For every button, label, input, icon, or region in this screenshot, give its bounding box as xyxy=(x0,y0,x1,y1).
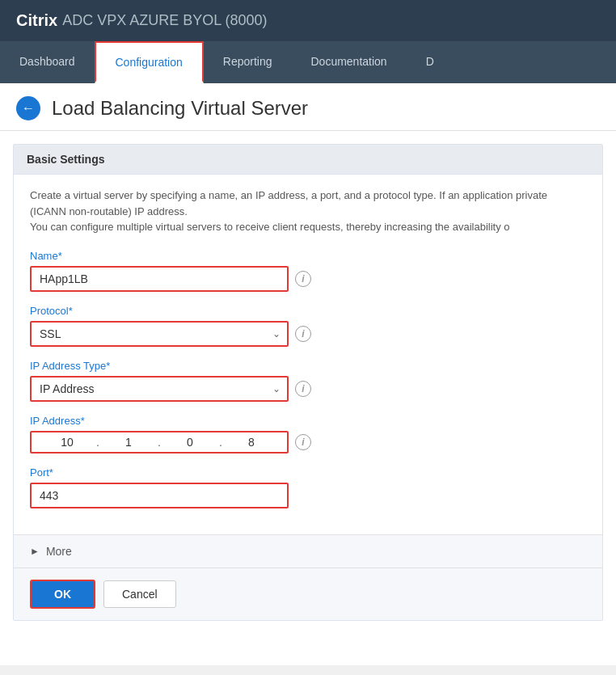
ip-octet1-input[interactable] xyxy=(40,436,95,449)
name-info-icon[interactable]: i xyxy=(295,271,311,287)
protocol-label: Protocol* xyxy=(30,305,586,317)
brand-title: ADC VPX AZURE BYOL (8000) xyxy=(62,12,267,29)
section-title: Basic Settings xyxy=(27,153,104,166)
nav-item-configuration[interactable]: Configuration xyxy=(95,41,204,83)
port-field-group: Port* xyxy=(30,466,586,508)
back-button[interactable]: ← xyxy=(16,96,40,120)
ip-dot-3: . xyxy=(217,436,224,449)
brand-citrix: Citrix xyxy=(16,11,57,30)
header: Citrix ADC VPX AZURE BYOL (8000) xyxy=(0,0,616,41)
port-label: Port* xyxy=(30,466,586,479)
ip-address-label: IP Address* xyxy=(30,415,586,427)
name-input[interactable] xyxy=(30,266,289,292)
port-input[interactable] xyxy=(30,483,289,508)
more-label: More xyxy=(46,545,72,558)
brand: Citrix ADC VPX AZURE BYOL (8000) xyxy=(16,11,268,30)
ip-dot-2: . xyxy=(156,436,162,449)
more-section[interactable]: ► More xyxy=(14,534,602,567)
protocol-field-group: Protocol* SSL HTTP HTTPS TCP UDP ⌄ i xyxy=(30,305,586,347)
page-header: ← Load Balancing Virtual Server xyxy=(0,83,616,131)
description-text: Create a virtual server by specifying a … xyxy=(30,188,586,235)
ok-button[interactable]: OK xyxy=(30,580,95,609)
protocol-select[interactable]: SSL HTTP HTTPS TCP UDP xyxy=(30,321,289,347)
name-field-group: Name* i xyxy=(30,250,586,292)
name-field-row: i xyxy=(30,266,586,292)
ip-octet4-input[interactable] xyxy=(224,436,279,449)
ip-octet2-input[interactable] xyxy=(101,436,156,449)
ip-input-group: . . . xyxy=(30,431,289,454)
name-label: Name* xyxy=(30,250,586,262)
nav-item-dashboard[interactable]: Dashboard xyxy=(0,41,95,83)
protocol-field-row: SSL HTTP HTTPS TCP UDP ⌄ i xyxy=(30,321,586,347)
ip-address-type-select[interactable]: IP Address Non Addressable Wild Card xyxy=(30,376,289,402)
ip-address-type-field-group: IP Address Type* IP Address Non Addressa… xyxy=(30,360,586,402)
ip-dot-1: . xyxy=(95,436,101,449)
section-body: Create a virtual server by specifying a … xyxy=(14,175,602,534)
ip-address-field-group: IP Address* . . . i xyxy=(30,415,586,454)
ip-address-type-label: IP Address Type* xyxy=(30,360,586,372)
ip-address-type-select-wrapper: IP Address Non Addressable Wild Card ⌄ xyxy=(30,376,289,402)
section-header: Basic Settings xyxy=(14,145,602,175)
ip-address-type-field-row: IP Address Non Addressable Wild Card ⌄ i xyxy=(30,376,586,402)
navigation: Dashboard Configuration Reporting Docume… xyxy=(0,41,616,83)
form-container: Basic Settings Create a virtual server b… xyxy=(13,144,603,621)
nav-item-d[interactable]: D xyxy=(407,41,454,83)
nav-item-reporting[interactable]: Reporting xyxy=(204,41,292,83)
page-title: Load Balancing Virtual Server xyxy=(52,97,308,120)
page-content: ← Load Balancing Virtual Server Basic Se… xyxy=(0,83,616,665)
cancel-button[interactable]: Cancel xyxy=(103,580,176,608)
protocol-info-icon[interactable]: i xyxy=(295,326,311,342)
ip-address-field-row: . . . i xyxy=(30,431,586,454)
button-row: OK Cancel xyxy=(14,567,602,620)
ip-address-info-icon[interactable]: i xyxy=(295,434,311,450)
back-arrow-icon: ← xyxy=(22,102,35,115)
protocol-select-wrapper: SSL HTTP HTTPS TCP UDP ⌄ xyxy=(30,321,289,347)
ip-type-info-icon[interactable]: i xyxy=(295,381,311,397)
ip-octet3-input[interactable] xyxy=(162,436,217,449)
more-chevron-icon: ► xyxy=(30,546,40,557)
nav-item-documentation[interactable]: Documentation xyxy=(291,41,406,83)
